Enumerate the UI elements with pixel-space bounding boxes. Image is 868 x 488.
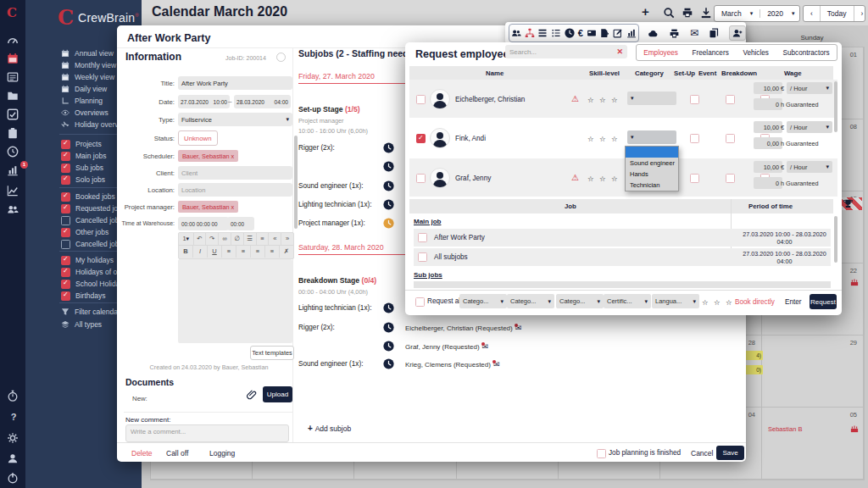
wage-input[interactable]: 10,00: [754, 121, 782, 133]
editor-bullet-list-icon[interactable]: ≡: [257, 233, 270, 245]
checklist-icon[interactable]: [551, 28, 561, 38]
month-select[interactable]: March: [715, 9, 760, 18]
editor-italic-button[interactable]: I: [193, 246, 208, 258]
tab-employees[interactable]: Employees: [637, 49, 684, 57]
job-row[interactable]: After Work Party 27.03.2020 10:00 - 28.0…: [414, 229, 831, 247]
guaranteed-hours-input[interactable]: 0,00: [754, 137, 782, 149]
sidebar-item-monthly-view[interactable]: Monthly view: [61, 60, 116, 70]
wage-unit-select[interactable]: / Hour: [787, 121, 832, 133]
checkbox-checked[interactable]: [61, 152, 70, 161]
next-button[interactable]: ›: [854, 6, 868, 21]
editor-ordered-list-icon[interactable]: ☰: [244, 233, 257, 245]
month-year-select[interactable]: March 2020: [714, 5, 800, 22]
folder-icon[interactable]: [7, 90, 20, 103]
clock-icon[interactable]: [383, 142, 394, 153]
setup-checkbox[interactable]: [690, 134, 699, 143]
checkbox-checked[interactable]: [61, 175, 70, 185]
account-icon[interactable]: [7, 452, 20, 466]
job-checkbox[interactable]: [418, 252, 427, 262]
editor-align-left-icon[interactable]: ≡: [222, 246, 236, 258]
editor-bold-button[interactable]: B: [179, 246, 193, 258]
editor-align-justify-icon[interactable]: ≡: [265, 246, 280, 258]
assigned-employee[interactable]: Eichelberger, Christian (Requested): [405, 324, 521, 332]
clock-icon[interactable]: [383, 161, 394, 172]
project-manager-tag[interactable]: Bauer, Sebastian x: [178, 201, 238, 213]
guaranteed-hours-input[interactable]: 0: [754, 177, 782, 189]
sidebar-item-planning[interactable]: Planning: [61, 96, 103, 106]
editor-indent-icon[interactable]: »: [281, 233, 293, 245]
warehouse-time-input-2[interactable]: 00:00: [227, 217, 254, 230]
edit-icon[interactable]: [613, 28, 623, 38]
menu-icon[interactable]: [537, 28, 548, 38]
employee-checkbox-checked[interactable]: [416, 134, 426, 143]
description-textarea[interactable]: [178, 259, 292, 343]
add-subjob-button[interactable]: + Add subjob: [308, 424, 351, 433]
book-directly-link[interactable]: Book directly: [735, 298, 775, 306]
editor-clear-format-icon[interactable]: ✗: [280, 246, 293, 258]
statistics-icon[interactable]: 1: [7, 164, 20, 178]
editor-link-icon[interactable]: ∞: [219, 233, 231, 245]
employee-row[interactable]: Graf, Jenny ☆ ☆ ☆ 10,00 € / Hour 0 h Gua…: [409, 158, 837, 197]
community-icon[interactable]: [7, 203, 20, 217]
clock-icon[interactable]: [383, 302, 394, 313]
editor-align-right-icon[interactable]: ≡: [251, 246, 265, 258]
stopwatch-icon[interactable]: [7, 390, 20, 403]
job-checkbox[interactable]: [418, 233, 427, 242]
settings-icon[interactable]: [7, 432, 20, 446]
filter-sub-jobs[interactable]: Sub jobs: [61, 163, 103, 173]
wage-input[interactable]: 10,00: [754, 82, 782, 94]
upload-button[interactable]: Upload: [263, 386, 292, 402]
checkbox-checked[interactable]: [61, 280, 70, 289]
delete-button[interactable]: Delete: [131, 449, 153, 458]
text-templates-button[interactable]: Text templates: [250, 346, 294, 360]
status-button[interactable]: Unknown: [178, 130, 218, 146]
filter-cancelled-jobs-2[interactable]: Cancelled jobs: [61, 239, 123, 249]
checkbox-checked[interactable]: [61, 256, 70, 265]
structure-icon[interactable]: [525, 28, 535, 38]
category-filter-select[interactable]: Catego...: [507, 294, 554, 308]
category-option-blank[interactable]: [626, 147, 678, 158]
print-icon[interactable]: [682, 7, 693, 19]
event-checkbox[interactable]: [726, 174, 735, 183]
list-view-icon[interactable]: [7, 71, 20, 85]
job-planning-checkbox[interactable]: [597, 449, 606, 458]
filter-other-jobs[interactable]: Other jobs: [61, 227, 108, 237]
wage-unit-select[interactable]: / Hour: [787, 161, 832, 173]
event-checkbox[interactable]: [726, 95, 735, 104]
checkbox-checked[interactable]: [61, 268, 70, 277]
job-row[interactable]: All subjobs 27.03.2020 10:00 - 28.03.202…: [414, 248, 831, 266]
clock-icon-pending[interactable]: [383, 218, 394, 229]
clear-search-icon[interactable]: ✕: [616, 47, 623, 56]
sidebar-item-weekly-view[interactable]: Weekly view: [61, 72, 114, 82]
scheduler-tag[interactable]: Bauer, Sebastian x: [178, 150, 238, 162]
request-button[interactable]: Request: [810, 294, 837, 309]
calendar-date[interactable]: 05: [762, 411, 857, 419]
main-job-link[interactable]: Main job: [414, 218, 441, 225]
tab-vehicles[interactable]: Vehicles: [737, 49, 775, 57]
employee-row[interactable]: Eichelberger, Christian ☆ ☆ ☆ 10,00 € / …: [409, 80, 837, 119]
save-button[interactable]: Save: [716, 446, 744, 460]
today-button[interactable]: Today: [820, 6, 854, 21]
clock-icon[interactable]: [383, 341, 394, 352]
filter-solo-jobs[interactable]: Solo jobs: [61, 175, 105, 185]
employee-row-selected[interactable]: Fink, Andi ☆ ☆ ☆ 10,00 € / Hour 0,00 h G…: [409, 119, 837, 158]
birthday-entry[interactable]: Sebastian B: [768, 425, 802, 433]
request-employee-icon-active[interactable]: [729, 25, 746, 41]
filter-my-holidays[interactable]: My holidays: [61, 255, 114, 265]
employee-checkbox-unchecked[interactable]: [416, 174, 426, 183]
filter-requested-jobs[interactable]: Requested jobs: [61, 203, 125, 214]
download-icon[interactable]: [700, 7, 712, 19]
language-filter-select[interactable]: Langua...: [652, 294, 699, 308]
setup-checkbox[interactable]: [690, 174, 699, 183]
filter-birthdays[interactable]: Birthdays: [61, 291, 105, 301]
search-input[interactable]: Search... ✕: [505, 45, 627, 58]
tasks-icon[interactable]: [7, 108, 20, 122]
editor-unlink-icon[interactable]: ∅: [231, 233, 244, 245]
job-id-indicator[interactable]: [276, 53, 286, 62]
logout-icon[interactable]: [7, 472, 20, 485]
client-input[interactable]: Client: [178, 166, 292, 180]
clipboard-icon[interactable]: [7, 127, 20, 141]
wage-unit-select[interactable]: / Hour: [787, 82, 832, 94]
certificate-filter-select[interactable]: Certific...: [604, 294, 651, 308]
event-checkbox[interactable]: [726, 134, 735, 143]
